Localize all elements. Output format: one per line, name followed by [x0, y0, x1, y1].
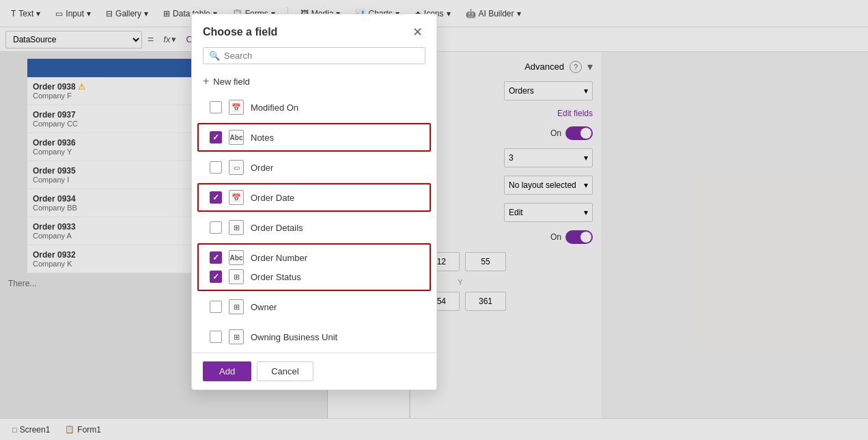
- field-type-calendar-icon: 📅: [229, 100, 244, 115]
- field-type-text-icon: Abc: [229, 130, 244, 145]
- field-type-grid2-icon: ⊞: [229, 269, 244, 284]
- field-checkbox-owning-business-unit[interactable]: [210, 331, 222, 343]
- modal-footer: Add Cancel: [192, 353, 436, 389]
- field-item-owning-business-unit[interactable]: ⊞ Owning Business Unit: [197, 322, 431, 351]
- cancel-button[interactable]: Cancel: [257, 361, 313, 381]
- field-type-box-icon: ▭: [229, 160, 244, 175]
- field-checkbox-notes[interactable]: [210, 131, 222, 143]
- search-icon: 🔍: [209, 51, 220, 61]
- plus-icon: +: [203, 75, 209, 87]
- modal-title: Choose a field: [203, 26, 277, 38]
- modal-close-button[interactable]: ✕: [409, 24, 425, 40]
- field-name-order-number: Order Number: [251, 253, 307, 263]
- field-type-text2-icon: Abc: [229, 250, 244, 265]
- field-item-order-details[interactable]: ⊞ Order Details: [197, 213, 431, 242]
- choose-field-modal: Choose a field ✕ 🔍 + New field 📅 Modifie…: [191, 14, 437, 390]
- field-checkbox-owner[interactable]: [210, 301, 222, 313]
- close-icon: ✕: [412, 25, 423, 40]
- field-name-owner: Owner: [251, 302, 277, 312]
- field-type-grid-icon: ⊞: [229, 220, 244, 235]
- field-item-order[interactable]: ▭ Order: [197, 153, 431, 182]
- field-type-grid3-icon: ⊞: [229, 299, 244, 314]
- field-type-grid4-icon: ⊞: [229, 329, 244, 344]
- field-name-owning-business-unit: Owning Business Unit: [251, 332, 337, 342]
- field-item-order-date[interactable]: 📅 Order Date: [197, 183, 431, 212]
- field-name-modified-on: Modified On: [251, 102, 298, 113]
- field-checkbox-order-status[interactable]: [210, 271, 222, 283]
- field-name-order-status: Order Status: [251, 272, 301, 282]
- field-list: 📅 Modified On Abc Notes ▭ Order 📅 Order …: [192, 92, 436, 353]
- search-input[interactable]: [224, 51, 419, 61]
- field-type-calendar2-icon: 📅: [229, 190, 244, 205]
- field-checkbox-order-details[interactable]: [210, 221, 222, 234]
- field-name-order: Order: [251, 163, 273, 173]
- field-name-order-details: Order Details: [251, 223, 303, 233]
- field-checkbox-order[interactable]: [210, 161, 222, 174]
- add-button[interactable]: Add: [203, 361, 251, 381]
- field-checkbox-modified-on[interactable]: [210, 101, 222, 113]
- new-field-button[interactable]: + New field: [192, 71, 436, 92]
- field-item-order-number[interactable]: Abc Order Number ⊞ Order Status: [197, 243, 431, 291]
- field-item-notes[interactable]: Abc Notes: [197, 123, 431, 152]
- field-item-owner[interactable]: ⊞ Owner: [197, 292, 431, 321]
- field-name-order-date: Order Date: [251, 193, 294, 203]
- field-item-modified-on[interactable]: 📅 Modified On: [197, 93, 431, 122]
- modal-header: Choose a field ✕: [192, 14, 436, 47]
- field-name-notes: Notes: [251, 133, 274, 143]
- field-checkbox-order-number[interactable]: [210, 251, 222, 264]
- search-box: 🔍: [203, 47, 425, 64]
- field-checkbox-order-date[interactable]: [210, 191, 222, 204]
